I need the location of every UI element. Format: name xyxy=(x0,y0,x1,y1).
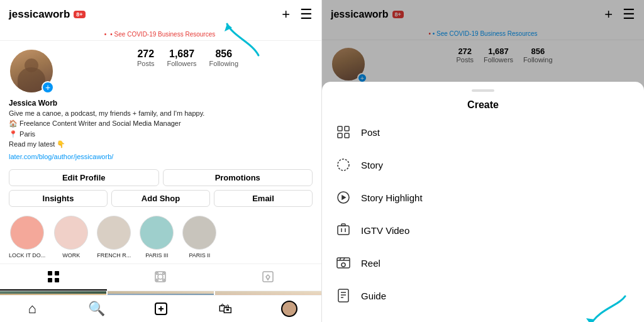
header-icons-group: + ☰ xyxy=(282,6,313,23)
svg-rect-22 xyxy=(338,226,349,235)
menu-button[interactable]: ☰ xyxy=(300,6,313,23)
right-posts-stat: 272 Posts xyxy=(456,47,474,64)
svg-point-8 xyxy=(163,272,165,274)
email-button[interactable]: Email xyxy=(214,190,313,207)
svg-point-7 xyxy=(157,272,158,274)
promotions-button[interactable]: Promotions xyxy=(163,169,313,186)
grid-icon xyxy=(47,270,60,283)
tagged-icon xyxy=(262,270,274,283)
following-count: 856 xyxy=(209,48,238,60)
right-username-text: jessicaworb xyxy=(331,9,389,20)
create-post-label: Post xyxy=(361,127,380,138)
avatar-wrap: + xyxy=(9,48,54,94)
create-story-item[interactable]: Story xyxy=(322,148,644,181)
nav-profile[interactable] xyxy=(257,301,321,317)
right-panel-inner: jessicaworb 8+ + ☰ • • See COVID-19 Busi… xyxy=(322,0,644,322)
svg-rect-18 xyxy=(345,133,349,138)
bio-link[interactable]: later.com/blog/author/jessicaworb/ xyxy=(9,153,113,160)
insights-button[interactable]: Insights xyxy=(9,190,108,207)
create-guide-label: Guide xyxy=(361,291,386,301)
highlight-label-3: FRENCH R... xyxy=(97,252,131,258)
right-posts-count: 272 xyxy=(456,47,474,56)
tab-tagged[interactable] xyxy=(214,264,321,291)
posts-count: 272 xyxy=(137,48,155,60)
svg-point-9 xyxy=(157,279,158,280)
svg-rect-1 xyxy=(48,271,52,275)
highlight-circle-2 xyxy=(54,216,88,250)
profile-name: Jessica Worb xyxy=(9,99,313,108)
nav-shop[interactable]: 🛍 xyxy=(193,301,257,317)
highlight-circle-3 xyxy=(97,216,131,250)
right-panel: jessicaworb 8+ + ☰ • • See COVID-19 Busi… xyxy=(322,0,644,322)
username-area: jessicaworb 8+ xyxy=(9,8,86,21)
posts-label: Posts xyxy=(137,60,155,67)
username-text: jessicaworb xyxy=(9,8,70,21)
create-igtv-item[interactable]: IGTV Video xyxy=(322,214,644,247)
followers-stat[interactable]: 1,687 Followers xyxy=(167,48,196,67)
right-stats-row: 272 Posts 1,687 Followers 856 Following xyxy=(374,47,635,64)
right-menu-button[interactable]: ☰ xyxy=(623,6,635,23)
right-add-button[interactable]: + xyxy=(604,6,613,23)
bio-line-1: Give me a canoe, a podcast, my friends +… xyxy=(9,109,313,118)
create-story-highlight-label: Story Highlight xyxy=(361,192,423,203)
nav-search[interactable]: 🔍 xyxy=(64,301,128,317)
tab-reels[interactable] xyxy=(107,264,214,291)
followers-count: 1,687 xyxy=(167,48,196,60)
following-label: Following xyxy=(209,60,238,67)
add-icon xyxy=(153,301,169,316)
svg-rect-2 xyxy=(55,271,59,275)
left-header: jessicaworb 8+ + ☰ xyxy=(0,0,321,29)
right-covid-text: • See COVID-19 Business Resources xyxy=(433,30,538,37)
sheet-handle xyxy=(472,89,494,92)
left-panel: jessicaworb 8+ + ☰ • • See COVID-19 Busi… xyxy=(0,0,322,322)
add-to-story-button[interactable]: + xyxy=(42,81,54,94)
right-notification-badge: 8+ xyxy=(392,11,404,18)
right-following-count: 856 xyxy=(523,47,552,56)
create-reel-item[interactable]: Reel xyxy=(322,247,644,279)
create-reel-label: Reel xyxy=(361,258,380,269)
highlight-label-1: LOCK IT DO... xyxy=(9,252,45,258)
reels-icon xyxy=(154,270,167,283)
right-followers-stat[interactable]: 1,687 Followers xyxy=(484,47,513,64)
add-shop-button[interactable]: Add Shop xyxy=(111,190,210,207)
add-post-button[interactable]: + xyxy=(282,6,290,23)
highlight-2[interactable]: WORK xyxy=(54,216,88,258)
create-post-item[interactable]: Post xyxy=(322,116,644,148)
nav-add[interactable] xyxy=(128,301,192,317)
posts-stat: 272 Posts xyxy=(137,48,155,67)
right-covid-banner[interactable]: • • See COVID-19 Business Resources xyxy=(322,29,644,40)
highlight-4[interactable]: PARIS III xyxy=(140,216,174,258)
tab-grid[interactable] xyxy=(0,264,107,291)
covid-banner[interactable]: • • See COVID-19 Business Resources xyxy=(0,29,321,41)
nav-home[interactable]: ⌂ xyxy=(0,301,64,317)
following-stat[interactable]: 856 Following xyxy=(209,48,238,67)
story-highlights: LOCK IT DO... WORK FRENCH R... PARIS III… xyxy=(0,211,321,264)
bio-section: Jessica Worb Give me a canoe, a podcast,… xyxy=(0,97,321,165)
notification-badge: 8+ xyxy=(74,11,85,18)
edit-profile-button[interactable]: Edit Profile xyxy=(9,169,159,186)
svg-point-6 xyxy=(158,274,163,279)
create-guide-item[interactable]: Guide xyxy=(322,279,644,312)
svg-point-19 xyxy=(338,159,349,170)
svg-rect-3 xyxy=(48,278,52,282)
guide-icon xyxy=(335,287,352,304)
stats-row: 272 Posts 1,687 Followers 856 Following xyxy=(63,48,313,67)
svg-rect-4 xyxy=(55,278,59,282)
post-icon xyxy=(335,123,352,141)
reel-icon xyxy=(335,254,352,272)
highlight-1[interactable]: LOCK IT DO... xyxy=(9,216,45,258)
story-icon xyxy=(335,156,352,174)
highlight-5[interactable]: PARIS II xyxy=(182,216,216,258)
tabs-bar xyxy=(0,264,321,291)
right-following-stat[interactable]: 856 Following xyxy=(523,47,552,64)
right-profile-section: + 272 Posts 1,687 Followers 856 Followin… xyxy=(322,40,644,84)
svg-rect-16 xyxy=(345,126,349,131)
create-sheet: Create Post xyxy=(322,82,644,322)
action-buttons-row1: Edit Profile Promotions xyxy=(0,165,321,190)
create-igtv-label: IGTV Video xyxy=(361,225,409,236)
highlight-3[interactable]: FRENCH R... xyxy=(97,216,131,258)
highlight-label-5: PARIS II xyxy=(189,252,210,258)
create-story-highlight-item[interactable]: Story Highlight xyxy=(322,181,644,214)
highlight-label-2: WORK xyxy=(62,252,80,258)
svg-rect-17 xyxy=(338,133,342,138)
